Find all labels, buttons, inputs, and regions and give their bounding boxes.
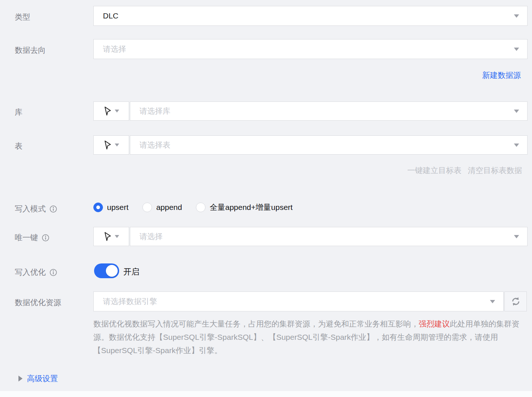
write-optimization-label: 写入优化 xyxy=(15,267,57,277)
bottom-strip xyxy=(0,391,532,397)
cursor-select-icon xyxy=(103,106,111,116)
optimization-resource-placeholder: 请选择数据引擎 xyxy=(103,296,490,307)
unique-key-variable-picker[interactable] xyxy=(93,227,129,246)
write-optimization-toggle[interactable] xyxy=(94,263,119,278)
table-label: 表 xyxy=(15,141,23,151)
radio-unselected-icon xyxy=(196,203,205,212)
info-icon[interactable] xyxy=(49,269,57,276)
advanced-settings-label: 高级设置 xyxy=(27,373,58,384)
radio-option-upsert[interactable]: upsert xyxy=(93,203,128,212)
info-icon[interactable] xyxy=(42,234,49,242)
unique-key-field-row xyxy=(93,227,528,246)
unique-key-input[interactable] xyxy=(130,227,514,246)
radio-selected-icon xyxy=(93,203,103,212)
database-input[interactable] xyxy=(130,102,514,120)
chevron-down-icon xyxy=(115,144,119,146)
unique-key-label: 唯一键 xyxy=(15,232,49,243)
chevron-down-icon xyxy=(514,48,519,51)
advanced-settings-toggle[interactable]: 高级设置 xyxy=(18,373,58,384)
table-combo[interactable] xyxy=(130,135,528,155)
type-select-value: DLC xyxy=(103,11,514,20)
radio-option-label: 全量append+增量upsert xyxy=(210,202,293,213)
optimization-resource-help: 数据优化视数据写入情况可能产生大量任务，占用您的集群资源，为避免和正常业务相互影… xyxy=(93,317,529,357)
create-target-table-link[interactable]: 一键建立目标表 xyxy=(407,165,462,176)
table-variable-picker[interactable] xyxy=(93,135,129,155)
type-label-text: 类型 xyxy=(15,12,30,22)
chevron-down-icon xyxy=(514,235,519,238)
radio-option-full-append-incr-upsert[interactable]: 全量append+增量upsert xyxy=(196,202,293,213)
database-combo[interactable] xyxy=(130,101,528,121)
cursor-select-icon xyxy=(103,232,111,241)
destination-select[interactable]: 请选择 xyxy=(93,39,528,59)
create-datasource-link[interactable]: 新建数据源 xyxy=(482,70,521,80)
clear-target-table-link[interactable]: 清空目标表数据 xyxy=(468,165,522,176)
collapsed-arrow-icon xyxy=(18,376,23,382)
database-variable-picker[interactable] xyxy=(93,101,129,121)
write-mode-radio-group: upsert append 全量append+增量upsert xyxy=(93,202,293,213)
optimization-resource-select[interactable]: 请选择数据引擎 xyxy=(93,291,504,311)
destination-label: 数据去向 xyxy=(15,45,46,55)
database-label: 库 xyxy=(15,107,23,117)
optimization-resource-label: 数据优化资源 xyxy=(15,297,61,308)
radio-option-label: append xyxy=(156,203,182,212)
refresh-icon xyxy=(511,296,521,307)
table-label-text: 表 xyxy=(15,141,23,151)
destination-label-text: 数据去向 xyxy=(15,45,46,55)
destination-select-placeholder: 请选择 xyxy=(103,44,514,54)
chevron-down-icon xyxy=(514,14,519,18)
table-actions: 一键建立目标表 清空目标表数据 xyxy=(407,165,522,176)
radio-option-append[interactable]: append xyxy=(142,203,182,212)
write-mode-label-text: 写入模式 xyxy=(15,204,46,214)
help-text-emphasis: 强烈建议 xyxy=(419,320,450,328)
toggle-knob xyxy=(106,265,118,277)
type-label: 类型 xyxy=(15,12,30,22)
write-optimization-state: 开启 xyxy=(123,266,139,277)
help-text-before: 数据优化视数据写入情况可能产生大量任务，占用您的集群资源，为避免和正常业务相互影… xyxy=(93,320,419,328)
radio-option-label: upsert xyxy=(107,203,128,212)
optimization-resource-label-text: 数据优化资源 xyxy=(15,297,61,308)
chevron-down-icon xyxy=(514,144,519,147)
chevron-down-icon xyxy=(115,110,119,113)
unique-key-label-text: 唯一键 xyxy=(15,232,38,243)
unique-key-combo[interactable] xyxy=(130,227,528,246)
write-mode-label: 写入模式 xyxy=(15,204,57,214)
database-label-text: 库 xyxy=(15,107,23,117)
database-field-row xyxy=(93,101,528,121)
chevron-down-icon xyxy=(490,300,495,303)
radio-unselected-icon xyxy=(142,203,152,212)
chevron-down-icon xyxy=(514,110,519,113)
cursor-select-icon xyxy=(103,140,111,150)
type-select[interactable]: DLC xyxy=(93,6,528,26)
chevron-down-icon xyxy=(115,235,119,238)
write-optimization-label-text: 写入优化 xyxy=(15,267,46,277)
table-field-row xyxy=(93,135,528,155)
table-input[interactable] xyxy=(130,136,514,154)
refresh-engines-button[interactable] xyxy=(504,291,527,311)
info-icon[interactable] xyxy=(49,205,57,213)
